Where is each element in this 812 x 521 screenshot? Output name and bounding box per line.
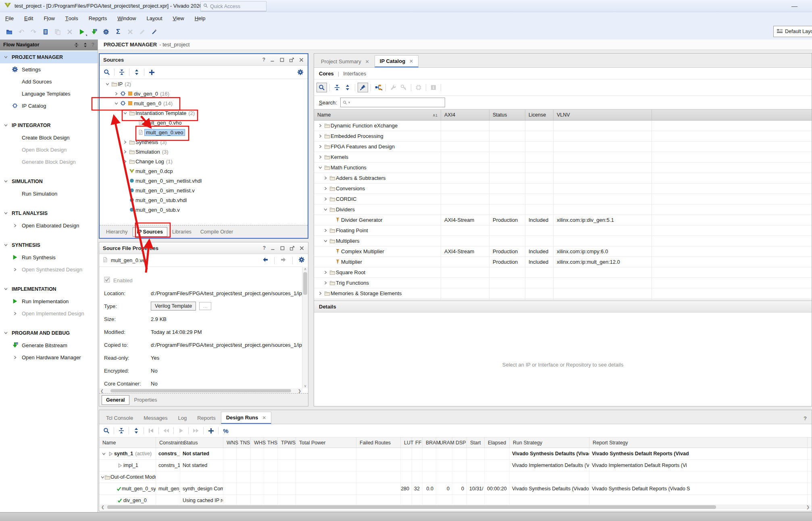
filter-pin-icon[interactable] <box>358 83 368 92</box>
flownav-item-create-block-design[interactable]: Create Block Design <box>0 131 98 144</box>
ip-catalog-row[interactable]: Complex MultiplierAXI4-StreamProductionI… <box>314 246 812 257</box>
chevron-down-icon[interactable] <box>323 239 329 243</box>
chevron-right-icon[interactable] <box>323 187 329 190</box>
runs-column-report-strategy[interactable]: Report Strategy <box>589 438 808 448</box>
chevron-right-icon[interactable] <box>122 160 128 163</box>
runs-column-uram[interactable]: URAM <box>436 438 452 448</box>
ip-catalog-row[interactable]: Floating Point <box>314 225 812 236</box>
type-value-button[interactable]: Verilog Template <box>151 302 196 311</box>
ip-catalog-row[interactable]: Dividers <box>314 204 812 215</box>
column-header-axi4[interactable]: AXI4 <box>441 110 489 120</box>
flownav-item-generate-bitstream[interactable]: 01Generate Bitstream <box>0 339 98 351</box>
source-tree-item[interactable]: mult_gen_0.veo <box>100 127 308 137</box>
more-button[interactable]: ... <box>199 302 211 310</box>
float-icon[interactable] <box>289 246 295 251</box>
menu-edit[interactable]: Edit <box>19 12 38 24</box>
ip-catalog-row[interactable]: CORDIC <box>314 194 812 204</box>
menu-file[interactable]: File <box>0 12 19 24</box>
chevron-right-icon[interactable] <box>317 155 323 159</box>
menu-help[interactable]: Help <box>189 12 211 24</box>
percent-icon[interactable]: % <box>221 426 231 435</box>
flownav-section-rtl-analysis[interactable]: RTL ANALYSIS <box>0 207 98 219</box>
source-tree-item[interactable]: mult_gen_0(14) <box>100 98 308 108</box>
chevron-right-icon[interactable] <box>317 145 323 148</box>
flownav-item-language-templates[interactable]: Language Templates <box>0 88 98 100</box>
runs-column-constraints[interactable]: Constraints <box>156 438 180 448</box>
chevron-right-icon[interactable] <box>323 271 329 274</box>
close-icon[interactable] <box>299 57 304 63</box>
tab-design-runs[interactable]: Design Runs✕ <box>221 412 272 424</box>
tab-general[interactable]: General <box>102 395 129 405</box>
source-tree-item[interactable]: mult_gen_0.vho <box>100 118 308 127</box>
chevron-down-icon[interactable] <box>317 166 323 169</box>
flownav-item-add-sources[interactable]: Add Sources <box>0 75 98 88</box>
forward-icon[interactable] <box>280 256 287 264</box>
ip-catalog-row[interactable]: Dynamic Function eXchange <box>314 121 812 131</box>
ip-catalog-row[interactable]: Adders & Subtracters <box>314 173 812 183</box>
runs-column-status[interactable]: Status <box>180 438 223 448</box>
runs-column-dsp[interactable]: DSP <box>452 438 467 448</box>
save-document-icon[interactable] <box>40 26 52 38</box>
ip-search-input[interactable]: ▾ <box>340 98 445 107</box>
flownav-item-open-hardware-manager[interactable]: Open Hardware Manager <box>0 351 98 363</box>
run-icon[interactable] <box>76 26 88 38</box>
flownav-item-run-implementation[interactable]: Run Implementation <box>0 295 98 307</box>
tab-hierarchy[interactable]: Hierarchy <box>102 227 132 236</box>
column-header-name[interactable]: Name∧1 <box>314 110 441 120</box>
ip-catalog-row[interactable]: Divider GeneratorAXI4-StreamProductionIn… <box>314 215 812 225</box>
subtab-cores[interactable]: Cores <box>319 71 334 77</box>
source-tree-item[interactable]: Simulation(3) <box>100 147 308 156</box>
sources-header[interactable]: Sources ? <box>100 54 308 66</box>
flownav-item-settings[interactable]: Settings <box>0 63 98 75</box>
source-file-properties-header[interactable]: Source File Properties ? <box>99 242 308 254</box>
tab-properties[interactable]: Properties <box>130 396 161 404</box>
source-tree-item[interactable]: Change Log(1) <box>100 156 308 166</box>
tab-libraries[interactable]: Libraries <box>168 227 196 236</box>
settings-gear-icon[interactable] <box>100 26 112 38</box>
chevron-right-icon[interactable] <box>323 197 329 201</box>
search-icon[interactable] <box>102 68 112 77</box>
runs-column-whs[interactable]: WHS <box>251 438 264 448</box>
runs-column-total-power[interactable]: Total Power <box>296 438 356 448</box>
column-header-license[interactable]: License <box>525 110 554 120</box>
collapse-all-icon[interactable] <box>117 68 127 77</box>
close-icon[interactable]: ✕ <box>365 59 369 65</box>
back-icon[interactable] <box>262 256 269 264</box>
float-icon[interactable] <box>289 57 294 63</box>
chevron-right-icon[interactable] <box>317 124 323 127</box>
help-icon[interactable]: ? <box>263 245 266 251</box>
source-tree-item[interactable]: IP(2) <box>100 79 308 89</box>
collapse-icon[interactable] <box>74 42 79 48</box>
runs-column-start[interactable]: Start <box>467 438 485 448</box>
menu-reports[interactable]: Reports <box>83 12 112 24</box>
doc-tab-project-summary[interactable]: Project Summary✕ <box>316 56 375 67</box>
flownav-section-project-manager[interactable]: PROJECT MANAGER <box>0 51 98 63</box>
search-icon[interactable] <box>316 83 327 92</box>
design-run-row[interactable]: synth_1(active)constrs_1Not startedVivad… <box>99 448 812 460</box>
expand-all-icon[interactable] <box>343 83 352 92</box>
source-tree-item[interactable]: Instantiation Template(2) <box>100 108 308 118</box>
flownav-section-implementation[interactable]: IMPLEMENTATION <box>0 283 98 295</box>
expand-all-icon[interactable] <box>132 68 142 77</box>
chevron-right-icon[interactable] <box>317 292 323 295</box>
close-icon[interactable]: ✕ <box>262 415 266 421</box>
flownav-section-program-and-debug[interactable]: PROGRAM AND DEBUG <box>0 327 98 339</box>
enabled-checkbox[interactable] <box>104 277 110 284</box>
design-run-row[interactable]: mult_gen_0_synth_1mult_gen_0synth_design… <box>99 483 812 495</box>
minimize-window-icon[interactable]: — <box>791 2 808 9</box>
runs-column-lut[interactable]: LUT <box>401 438 412 448</box>
collapse-all-icon[interactable] <box>332 83 342 92</box>
generate-bitstream-icon[interactable]: 01 <box>88 26 100 38</box>
source-tree-item[interactable]: mult_gen_0_sim_netlist.v <box>100 185 308 195</box>
source-tree-item[interactable]: mult_gen_0_stub.vhdl <box>100 195 308 205</box>
maximize-icon[interactable] <box>280 246 285 251</box>
chevron-right-icon[interactable] <box>317 134 323 138</box>
chevron-down-icon[interactable] <box>101 452 107 456</box>
source-tree-item[interactable]: div_gen_0(16) <box>100 89 308 98</box>
design-run-row[interactable]: Out-of-Context Module Runs <box>99 471 812 483</box>
runs-column-failed-routes[interactable]: Failed Routes <box>356 438 401 448</box>
column-header-status[interactable]: Status <box>489 110 525 120</box>
chevron-right-icon[interactable] <box>323 281 329 285</box>
expand-all-icon[interactable] <box>131 426 141 435</box>
add-icon[interactable] <box>206 426 216 435</box>
